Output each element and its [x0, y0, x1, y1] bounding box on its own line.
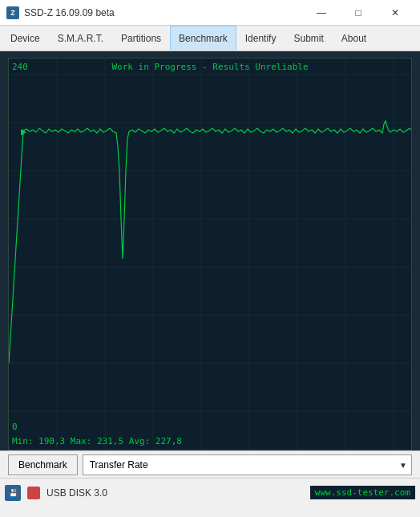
title-bar: Z SSD-Z 16.09.09 beta — □ ✕ — [0, 0, 420, 26]
menu-item-submit[interactable]: Submit — [285, 26, 332, 50]
maximize-button[interactable]: □ — [340, 0, 377, 26]
disk-icon: 💾 — [5, 485, 21, 501]
menu-item-about[interactable]: About — [333, 26, 375, 50]
disk-indicator — [27, 487, 40, 499]
close-button[interactable]: ✕ — [377, 0, 414, 26]
website-link: www.ssd-tester.com — [310, 486, 415, 499]
menu-item-device[interactable]: Device — [2, 26, 49, 50]
chart-svg — [9, 59, 412, 450]
main-content: 240 Work in Progress - Results Unreliabl… — [0, 51, 420, 450]
menu-item-partitions[interactable]: Partitions — [112, 26, 170, 50]
chart-container: 240 Work in Progress - Results Unreliabl… — [8, 58, 412, 450]
dropdown-container: Transfer Rate Access Time IOPS ▼ — [83, 454, 412, 475]
menu-item-smart[interactable]: S.M.A.R.T. — [49, 26, 112, 50]
transfer-rate-dropdown[interactable]: Transfer Rate Access Time IOPS — [83, 454, 412, 475]
status-bar: 💾 USB DISK 3.0 www.ssd-tester.com — [0, 478, 420, 507]
benchmark-button[interactable]: Benchmark — [8, 454, 78, 475]
status-left: 💾 USB DISK 3.0 — [5, 485, 107, 501]
title-controls: — □ ✕ — [303, 0, 414, 26]
menu-bar: Device S.M.A.R.T. Partitions Benchmark I… — [0, 26, 420, 51]
title-bar-left: Z SSD-Z 16.09.09 beta — [6, 6, 115, 19]
minimize-button[interactable]: — — [303, 0, 340, 26]
disk-name: USB DISK 3.0 — [46, 487, 107, 499]
app-icon: Z — [6, 6, 19, 19]
menu-item-benchmark[interactable]: Benchmark — [170, 26, 236, 50]
bottom-controls: Benchmark Transfer Rate Access Time IOPS… — [0, 450, 420, 478]
menu-item-identify[interactable]: Identify — [236, 26, 285, 50]
title-text: SSD-Z 16.09.09 beta — [24, 7, 115, 18]
